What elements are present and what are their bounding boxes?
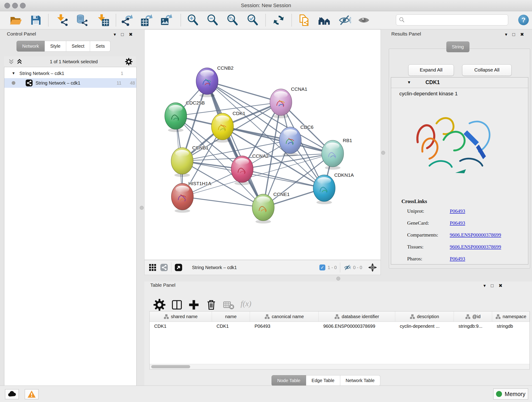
panel-float-icon[interactable]: □ <box>512 32 515 37</box>
column-header-name[interactable]: name <box>212 312 250 322</box>
cloud-status-button[interactable] <box>5 389 19 399</box>
node-CCNA1[interactable]: CCNA1 <box>270 86 307 118</box>
tab-network-table[interactable]: Network Table <box>340 375 380 386</box>
table-cell[interactable]: P06493 <box>254 322 317 331</box>
node-RB1[interactable]: RB1 <box>322 138 352 170</box>
birdseye-crosshair-icon[interactable] <box>368 263 377 272</box>
tab-select[interactable]: Select <box>66 41 90 51</box>
refresh-icon[interactable] <box>272 14 285 27</box>
column-header-description[interactable]: description <box>395 312 454 322</box>
import-network-database-icon[interactable] <box>76 14 89 27</box>
collapse-all-button[interactable]: Collapse All <box>462 64 512 76</box>
string-home-icon[interactable] <box>318 14 331 27</box>
tab-string[interactable]: String <box>446 41 469 52</box>
save-session-icon[interactable] <box>29 14 42 27</box>
expand-all-networks-icon[interactable] <box>17 58 22 65</box>
hidden-eye-icon[interactable] <box>343 264 351 271</box>
panel-menu-icon[interactable]: ▾ <box>114 32 116 37</box>
crosslink-link[interactable]: 9606.ENSP00000378699 <box>450 232 501 238</box>
column-header-namespace[interactable]: namespace <box>492 312 530 322</box>
tab-style[interactable]: Style <box>45 41 66 51</box>
expand-all-button[interactable]: Expand All <box>408 64 454 76</box>
cdk1-section-header[interactable]: ▼ CDK1 <box>391 77 528 88</box>
help-button[interactable]: ? <box>518 15 529 25</box>
edge-CCNA2-CDKN1A[interactable] <box>242 169 324 188</box>
network-row-selected[interactable]: String Network – cdk1 11 48 <box>4 78 136 88</box>
right-splitter-handle[interactable] <box>381 151 385 155</box>
left-splitter-handle[interactable] <box>140 206 144 210</box>
crosslink-link[interactable]: P06493 <box>450 256 465 262</box>
node-CDC25B[interactable]: CDC25B <box>165 100 205 132</box>
zoom-fit-icon[interactable] <box>226 14 239 27</box>
tab-node-table[interactable]: Node Table <box>272 375 306 386</box>
table-cell[interactable]: 9606.ENSP00000378699 <box>323 322 394 331</box>
create-column-icon[interactable] <box>188 299 200 311</box>
zoom-in-icon[interactable] <box>186 14 199 27</box>
crosslink-link[interactable]: 9606.ENSP00000378699 <box>450 244 501 250</box>
crosslink-link[interactable]: P06493 <box>450 208 465 214</box>
hide-glass-icon[interactable] <box>338 14 351 27</box>
panel-close-icon[interactable]: ✖ <box>129 32 133 37</box>
column-header-@id[interactable]: @id <box>454 312 492 322</box>
panel-menu-icon[interactable]: ▾ <box>483 283 486 288</box>
panel-float-icon[interactable]: □ <box>121 32 124 37</box>
bottom-splitter-handle[interactable] <box>336 277 340 281</box>
network-options-gear-icon[interactable] <box>125 58 133 65</box>
collapse-all-networks-icon[interactable] <box>8 58 14 65</box>
table-cell[interactable]: CDK1 <box>216 322 249 331</box>
control-panel-window-buttons: ▾ □ ✖ <box>114 32 133 37</box>
show-graphics-details-icon[interactable] <box>357 14 370 27</box>
network-graph[interactable]: CCNB2CCNA1CDC25BCDK1CDC6RB1CCNB1CCNA2CDK… <box>145 30 380 260</box>
network-collection-row[interactable]: ▼ String Network – cdk1 1 <box>4 69 136 78</box>
edge-HIST1H1A-CCNE1[interactable] <box>182 197 263 207</box>
node-CDKN1A[interactable]: CDKN1A <box>313 172 354 204</box>
column-header-shared-name[interactable]: shared name <box>150 312 212 322</box>
import-network-icon[interactable] <box>56 14 69 27</box>
node-HIST1H1A[interactable]: HIST1H1A <box>171 181 211 213</box>
warnings-button[interactable] <box>25 389 38 399</box>
node-CCNB2[interactable]: CCNB2 <box>196 65 234 97</box>
open-file-icon[interactable] <box>9 14 22 27</box>
table-cell[interactable]: stringdb <box>497 322 529 331</box>
node-CDC6[interactable]: CDC6 <box>279 124 313 156</box>
show-columns-icon[interactable] <box>171 299 183 311</box>
node-table[interactable]: shared namenamecanonical namedatabase id… <box>149 311 530 370</box>
selected-checkbox-icon[interactable]: ✓ <box>319 264 325 270</box>
zoom-selected-icon[interactable] <box>246 14 259 27</box>
edge-CDK1-RB1[interactable] <box>222 127 333 153</box>
panel-close-icon[interactable]: ✖ <box>499 283 502 288</box>
export-image-icon[interactable] <box>160 14 173 27</box>
tab-edge-table[interactable]: Edge Table <box>306 375 340 386</box>
network-view-icon[interactable] <box>160 264 168 271</box>
grid-view-icon[interactable] <box>149 264 157 271</box>
section-expander-icon[interactable]: ▼ <box>407 80 411 85</box>
clone-network-icon[interactable] <box>298 14 311 27</box>
search-box[interactable] <box>396 14 508 26</box>
crosslink-link[interactable]: P06493 <box>450 220 465 226</box>
column-header-canonical-name[interactable]: canonical name <box>250 312 319 322</box>
memory-button[interactable]: Memory <box>493 389 528 400</box>
horizontal-scrollbar[interactable] <box>150 364 530 369</box>
tab-sets[interactable]: Sets <box>90 41 110 51</box>
table-cell[interactable]: cyclin-dependent ... <box>400 322 452 331</box>
detach-view-icon[interactable] <box>175 264 182 271</box>
collection-expander-icon[interactable]: ▼ <box>12 71 15 75</box>
tab-network[interactable]: Network <box>17 41 45 51</box>
edge-CCNB2-CCNE1[interactable] <box>207 81 263 207</box>
import-table-icon[interactable] <box>97 14 109 27</box>
table-cell[interactable]: stringdb:9... <box>458 322 491 331</box>
panel-menu-icon[interactable]: ▾ <box>505 32 507 37</box>
scrollbar-thumb[interactable] <box>151 365 190 368</box>
panel-close-icon[interactable]: ✖ <box>520 32 524 37</box>
search-input[interactable] <box>407 16 506 24</box>
panel-float-icon[interactable]: □ <box>491 283 494 288</box>
network-canvas[interactable]: CCNB2CCNA1CDC25BCDK1CDC6RB1CCNB1CCNA2CDK… <box>144 29 381 260</box>
zoom-out-icon[interactable] <box>206 14 219 27</box>
export-table-icon[interactable] <box>140 14 153 27</box>
delete-column-icon[interactable] <box>205 299 217 311</box>
node-CCNE1[interactable]: CCNE1 <box>252 191 290 223</box>
table-cell[interactable]: CDK1 <box>154 322 210 331</box>
column-header-database-identifier[interactable]: database identifier <box>319 312 395 322</box>
export-network-icon[interactable] <box>120 14 133 27</box>
table-options-gear-icon[interactable] <box>153 299 165 311</box>
